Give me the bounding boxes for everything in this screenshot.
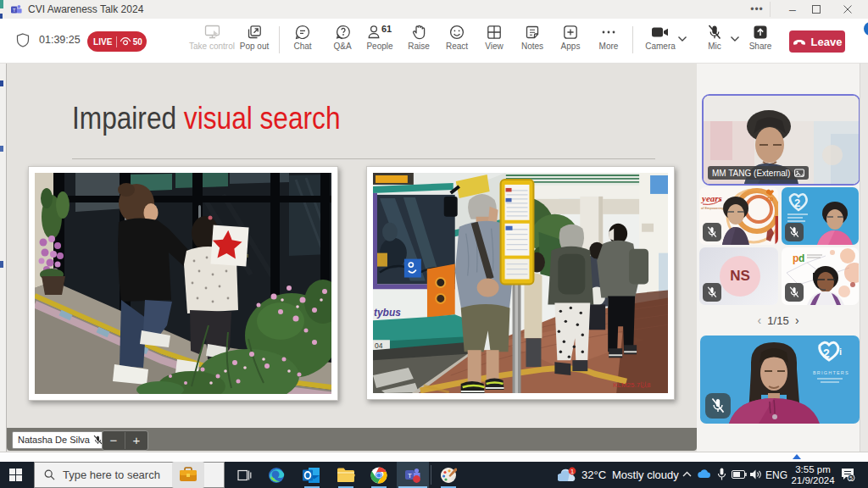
svg-text:T: T xyxy=(408,472,412,480)
svg-text:KLM25.7以8: KLM25.7以8 xyxy=(613,381,651,389)
svg-text:5: 5 xyxy=(849,475,853,481)
svg-text:d: d xyxy=(798,252,804,264)
svg-text:cp: cp xyxy=(766,196,773,202)
svg-text:2: 2 xyxy=(823,347,830,360)
svg-text:i: i xyxy=(839,347,842,357)
svg-text:T: T xyxy=(13,8,16,13)
svg-text:2: 2 xyxy=(794,197,800,209)
svg-text:04: 04 xyxy=(375,341,383,350)
svg-text:years: years xyxy=(700,193,722,203)
svg-text:BRIGHTERS: BRIGHTERS xyxy=(813,370,849,375)
svg-text:tybus: tybus xyxy=(374,307,401,319)
svg-text:1: 1 xyxy=(570,468,574,475)
svg-text:61: 61 xyxy=(381,24,392,34)
